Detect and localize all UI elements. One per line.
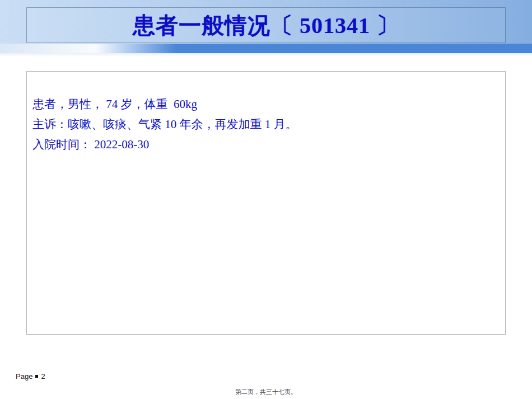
page-label: Page bbox=[16, 372, 32, 381]
slide-header: 患者一般情况〔 501341 〕 bbox=[0, 0, 532, 44]
body-line-patient-info: 患者，男性， 74 岁，体重 60kg bbox=[32, 94, 297, 114]
body-line-chief-complaint: 主诉：咳嗽、咳痰、气紧 10 年余，再发加重 1 月。 bbox=[32, 114, 297, 134]
content-box: 患者，男性， 74 岁，体重 60kg 主诉：咳嗽、咳痰、气紧 10 年余，再发… bbox=[26, 71, 506, 335]
page-number: Page 2 bbox=[16, 372, 45, 381]
body-line-admission-date: 入院时间： 2022-08-30 bbox=[32, 134, 297, 154]
title-box: 患者一般情况〔 501341 〕 bbox=[26, 7, 506, 43]
body-text-block: 患者，男性， 74 岁，体重 60kg 主诉：咳嗽、咳痰、气紧 10 年余，再发… bbox=[32, 94, 297, 154]
header-accent-band bbox=[0, 44, 532, 53]
page-note: 第二页，共三十七页。 bbox=[0, 388, 532, 396]
square-bullet-icon bbox=[35, 375, 38, 378]
header-accent-band-fade bbox=[0, 53, 532, 57]
slide: 患者一般情况〔 501341 〕 患者，男性， 74 岁，体重 60kg 主诉：… bbox=[0, 0, 532, 399]
slide-title: 患者一般情况〔 501341 〕 bbox=[133, 10, 399, 41]
page-number-value: 2 bbox=[41, 372, 45, 381]
